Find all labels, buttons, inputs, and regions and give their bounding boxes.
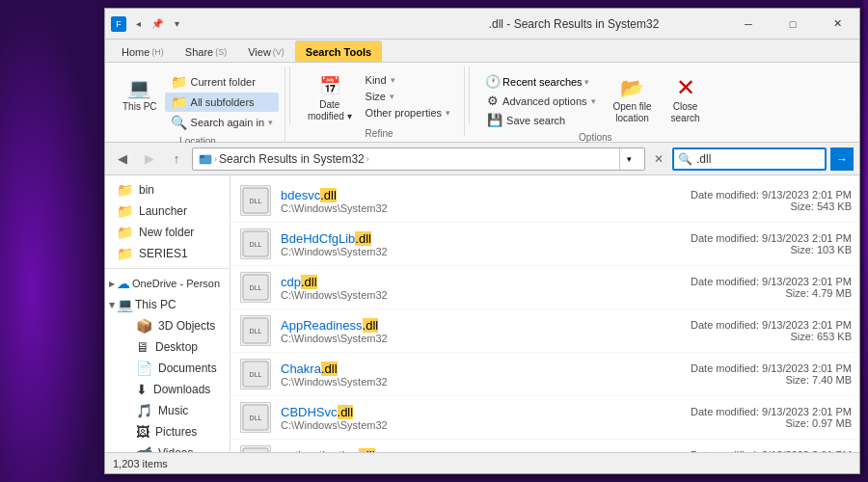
sidebar-item-launcher[interactable]: 📁 Launcher (105, 201, 230, 222)
search-again-button[interactable]: 🔍 Search again in ▾ (165, 113, 279, 132)
svg-text:DLL: DLL (250, 328, 262, 335)
recent-searches-button[interactable]: 🕐 Recent searches ▾ (481, 72, 601, 91)
address-clear-button[interactable]: ✕ (649, 149, 668, 169)
tab-share-label: Share (185, 46, 213, 58)
tab-share[interactable]: Share (S) (175, 40, 237, 62)
qat-pin[interactable]: 📌 (149, 16, 165, 32)
this-pc-button[interactable]: 💻 This PC (117, 70, 163, 116)
maximize-button[interactable]: □ (771, 9, 815, 40)
tab-search-tools[interactable]: Search Tools (295, 40, 382, 62)
file-size-cdp: Size: 4.79 MB (678, 287, 852, 299)
size-label: Size (366, 91, 386, 102)
date-modified-button[interactable]: 📅 Datemodified ▾ (302, 68, 358, 126)
search-input[interactable] (696, 152, 841, 166)
address-chevron-2: › (366, 154, 369, 164)
ribbon-group-refine: 📅 Datemodified ▾ Kind ▾ Size ▾ (294, 67, 465, 136)
file-path-chakra: C:\Windows\System32 (281, 376, 678, 388)
navigation-bar: ◀ ▶ ↑ › Search Results in System32 › ▾ ✕… (105, 143, 859, 175)
other-props-button[interactable]: Other properties ▾ (360, 105, 456, 120)
kind-button[interactable]: Kind ▾ (360, 72, 456, 88)
sidebar-item-pictures[interactable]: 🖼 Pictures (124, 421, 230, 442)
sidebar-item-onedrive[interactable]: ▶ ☁ OneDrive - Person (105, 273, 230, 294)
sidebar-item-this-pc[interactable]: ▶ 💻 This PC (105, 294, 230, 315)
sidebar-item-3d-objects[interactable]: 📦 3D Objects (124, 315, 230, 336)
advanced-options-button[interactable]: ⚙ Advanced options ▾ (481, 92, 601, 110)
sidebar-item-music[interactable]: 🎵 Music (124, 400, 230, 421)
dll-icon-cbdhsvc: DLL (240, 402, 271, 433)
up-button[interactable]: ↑ (165, 147, 188, 171)
file-icon-authentication: DLL (238, 443, 273, 452)
refine-buttons: 📅 Datemodified ▾ Kind ▾ Size ▾ (302, 68, 456, 126)
sidebar-item-downloads[interactable]: ⬇ Downloads (124, 379, 230, 400)
file-name-chakra: Chakra.dll (281, 362, 678, 376)
close-button[interactable]: ✕ (815, 9, 859, 40)
current-folder-button[interactable]: 📁 Current folder (165, 72, 279, 92)
file-size-cbdhsvc: Size: 0.97 MB (678, 417, 852, 429)
this-pc-children: 📦 3D Objects 🖥 Desktop 📄 Documents ⬇ Dow… (105, 315, 230, 452)
size-button[interactable]: Size ▾ (360, 89, 456, 104)
address-bar[interactable]: › Search Results in System32 › ▾ (192, 147, 645, 171)
current-folder-icon: 📁 (171, 74, 187, 90)
tab-home[interactable]: Home (H) (111, 40, 175, 62)
file-item-authentication[interactable]: DLL authentication.dll C:\Windows\System… (231, 440, 859, 452)
svg-text:DLL: DLL (250, 415, 262, 421)
file-item-chakra[interactable]: DLL Chakra.dll C:\Windows\System32 Date … (231, 353, 859, 396)
file-size-bdesvc: Size: 543 KB (678, 201, 852, 212)
all-subfolders-label: All subfolders (191, 96, 255, 108)
close-search-label: Closesearch (671, 101, 700, 124)
file-item-appreadiness[interactable]: DLL AppReadiness.dll C:\Windows\System32… (231, 309, 859, 353)
address-dropdown-button[interactable]: ▾ (619, 147, 638, 171)
all-subfolders-button[interactable]: 📁 All subfolders (165, 93, 279, 112)
recent-searches-icon: 🕐 (485, 74, 501, 89)
current-folder-label: Current folder (191, 76, 256, 88)
search-go-button[interactable]: → (830, 147, 854, 171)
file-path-cbdhsvc: C:\Windows\System32 (281, 419, 678, 431)
file-item-bdehdcfglib[interactable]: DLL BdeHdCfgLib.dll C:\Windows\System32 … (231, 223, 859, 266)
file-highlight-cdp: .dll (301, 275, 317, 289)
sidebar-item-series1[interactable]: 📁 SERIES1 (105, 243, 230, 264)
file-date-bdesvc: Date modified: 9/13/2023 2:01 PM (678, 189, 852, 201)
item-count: 1,203 items (113, 458, 168, 469)
file-item-bdesvc[interactable]: DLL bdesvc.dll C:\Windows\System32 Date … (231, 179, 859, 223)
documents-icon: 📄 (136, 361, 152, 376)
ribbon-group-location: 💻 This PC 📁 Current folder 📁 All subfold… (111, 67, 285, 150)
file-highlight-appreadiness: .dll (363, 318, 379, 333)
options-col1: 🕐 Recent searches ▾ ⚙ Advanced options ▾… (481, 68, 601, 129)
sidebar-item-bin[interactable]: 📁 bin (105, 179, 230, 201)
minimize-button[interactable]: ─ (726, 9, 771, 40)
sidebar-item-documents[interactable]: 📄 Documents (124, 358, 230, 379)
advanced-options-icon: ⚙ (487, 94, 499, 108)
videos-icon: 📹 (136, 445, 152, 452)
forward-button[interactable]: ▶ (138, 147, 161, 171)
file-item-cdp[interactable]: DLL cdp.dll C:\Windows\System32 Date mod… (231, 266, 859, 309)
file-info-appreadiness: AppReadiness.dll C:\Windows\System32 (281, 318, 678, 344)
qat-dropdown[interactable]: ▾ (169, 16, 184, 32)
file-highlight-bdesvc: .dll (320, 188, 337, 202)
onedrive-expand-arrow: ▶ (109, 280, 115, 288)
dll-icon-cdp: DLL (240, 272, 271, 303)
this-pc-expand-arrow: ▶ (108, 302, 117, 308)
ribbon: Home (H) Share (S) View (V) Search Tools (105, 40, 859, 143)
svg-text:DLL: DLL (250, 241, 262, 248)
separator-2 (469, 67, 470, 124)
save-search-button[interactable]: 💾 Save search (481, 111, 601, 129)
sidebar-item-desktop[interactable]: 🖥 Desktop (124, 336, 230, 358)
file-highlight-chakra: .dll (321, 362, 338, 376)
sidebar-item-videos[interactable]: 📹 Videos (124, 442, 230, 452)
sidebar-label-desktop: Desktop (155, 340, 198, 354)
back-button[interactable]: ◀ (111, 147, 134, 171)
address-part-icon (199, 152, 212, 166)
file-path-cdp: C:\Windows\System32 (281, 289, 678, 301)
file-icon-chakra: DLL (238, 357, 273, 391)
sidebar-label-this-pc: This PC (135, 298, 176, 311)
search-again-label: Search again in (191, 117, 264, 128)
location-buttons: 💻 This PC 📁 Current folder 📁 All subfold… (117, 70, 279, 132)
file-item-cbdhsvc[interactable]: DLL CBDHSvc.dll C:\Windows\System32 Date… (231, 396, 859, 440)
tab-view[interactable]: View (V) (237, 40, 295, 62)
qat-back[interactable]: ◂ (130, 16, 146, 32)
close-search-icon: ✕ (672, 74, 699, 101)
sidebar-item-new-folder[interactable]: 📁 New folder (105, 222, 230, 243)
save-search-icon: 💾 (487, 113, 502, 127)
close-search-button[interactable]: ✕ Closesearch (665, 70, 706, 128)
open-file-location-button[interactable]: 📂 Open filelocation (608, 70, 658, 128)
